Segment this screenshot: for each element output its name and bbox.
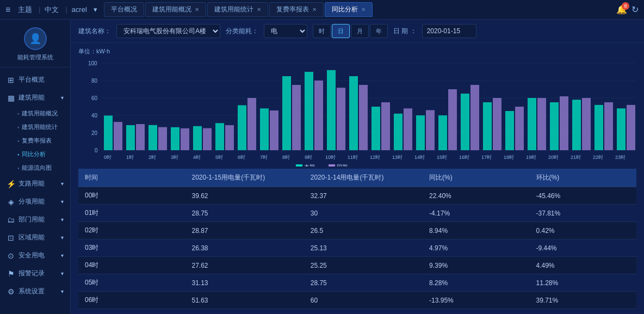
- category-label: 分类能耗：: [226, 27, 258, 36]
- cell-prev: 60: [304, 292, 423, 309]
- svg-text:11时: 11时: [348, 155, 358, 160]
- svg-text:16时: 16时: [459, 155, 469, 160]
- svg-rect-52: [470, 85, 479, 150]
- table-row: 04时27.6225.259.39%4.49%: [78, 257, 636, 274]
- cell-time: 01时: [78, 205, 185, 222]
- svg-rect-24: [371, 107, 380, 150]
- tab-复费率报表[interactable]: 复费率报表✕: [269, 2, 324, 17]
- svg-rect-18: [238, 105, 246, 150]
- notification-badge: 8: [622, 2, 629, 10]
- sidebar-sub-building-overview[interactable]: 建筑用能概况: [11, 107, 70, 120]
- cell-mom: 39.71%: [530, 292, 637, 309]
- col-header-prev: 2020-1-14用电量(千瓦时): [304, 169, 423, 187]
- table-row: 05时31.1328.758.28%11.28%: [78, 274, 636, 292]
- date-btn-year[interactable]: 年: [370, 24, 388, 38]
- sidebar-item-alarm[interactable]: ⚑ 报警记录 ▾: [0, 264, 70, 282]
- table-row: 01时28.7530-4.17%-37.81%: [78, 205, 636, 222]
- cell-prev: 32.37: [304, 187, 423, 205]
- cell-yoy: -13.95%: [423, 292, 529, 309]
- building-icon: ▦: [7, 94, 15, 102]
- svg-text:1时: 1时: [126, 155, 134, 160]
- date-btn-hour[interactable]: 时: [313, 24, 331, 38]
- svg-text:0: 0: [95, 147, 98, 153]
- svg-rect-86: [329, 164, 335, 167]
- refresh-icon[interactable]: ↻: [631, 4, 639, 15]
- filter-bar: 建筑名称： 安科瑞电气股份有限公司A楼 分类能耗： 电 时 日 月 年 日 期 …: [71, 20, 644, 43]
- cell-time: 03时: [78, 239, 185, 257]
- sidebar-sub-yoy[interactable]: 同比分析: [11, 147, 70, 161]
- svg-rect-23: [349, 76, 358, 150]
- data-table: 时间 2020-1-15用电量(千瓦时) 2020-1-14用电量(千瓦时) 同…: [78, 169, 636, 314]
- svg-rect-26: [416, 115, 425, 150]
- svg-rect-48: [381, 102, 390, 150]
- svg-rect-37: [136, 124, 145, 150]
- tab-close-icon[interactable]: ✕: [195, 7, 199, 13]
- building-select[interactable]: 安科瑞电气股份有限公司A楼: [116, 24, 220, 38]
- sidebar-item-settings[interactable]: ⚙ 系统设置 ▾: [0, 282, 70, 300]
- svg-rect-28: [461, 94, 469, 150]
- top-bar: ≡ 主题 | 中文 | acrel ▾ 平台概况建筑用能概况✕建筑用能统计✕复费…: [0, 0, 644, 20]
- table-row: 02时28.8726.58.94%0.42%: [78, 222, 636, 239]
- cell-time: 04时: [78, 257, 185, 274]
- sys-name: 能耗管理系统: [17, 53, 53, 61]
- cell-yoy: 8.94%: [423, 222, 529, 239]
- tab-close-icon[interactable]: ✕: [257, 7, 261, 13]
- notification-icon[interactable]: 🔔 8: [616, 4, 627, 15]
- svg-rect-19: [260, 108, 269, 150]
- sidebar-item-safety[interactable]: ⊙ 安全用电 ▾: [0, 247, 70, 264]
- tab-建筑用能概况[interactable]: 建筑用能概况✕: [145, 2, 206, 17]
- svg-rect-21: [305, 72, 313, 150]
- cell-yoy: 8.28%: [423, 274, 529, 292]
- sidebar-item-platform-label: 平台概览: [18, 75, 45, 84]
- sidebar-item-region-label: 区域用能: [18, 233, 45, 242]
- cell-cur: 51.63: [185, 292, 304, 309]
- building-chevron: ▾: [61, 95, 64, 101]
- menu-icon[interactable]: ≡: [5, 5, 10, 15]
- tab-平台概况[interactable]: 平台概况: [104, 2, 144, 17]
- date-btn-day[interactable]: 日: [332, 24, 350, 38]
- sidebar-item-dept[interactable]: 🗂 部门用能 ▾: [0, 211, 70, 229]
- tab-close-icon[interactable]: ✕: [361, 7, 366, 13]
- cell-cur: 27.62: [185, 257, 304, 274]
- sidebar-item-building[interactable]: ▦ 建筑用能 ▾: [0, 89, 70, 107]
- svg-rect-46: [337, 88, 345, 150]
- chart-unit: 单位：kW·h: [78, 47, 636, 56]
- sidebar-sub-building-stats[interactable]: 建筑用能统计: [11, 120, 70, 134]
- user-label: acrel: [72, 5, 87, 14]
- col-header-mom: 环比(%): [530, 169, 637, 187]
- sidebar-sub-tariff[interactable]: 复费率报表: [11, 134, 70, 147]
- subitem-icon: ◈: [7, 198, 15, 206]
- date-btn-month[interactable]: 月: [351, 24, 369, 38]
- sidebar-item-subitem[interactable]: ◈ 分项用能 ▾: [0, 193, 70, 211]
- date-input[interactable]: [422, 24, 476, 38]
- user-dropdown-icon[interactable]: ▾: [94, 5, 97, 14]
- table-row: 06时51.6360-13.95%39.71%: [78, 292, 636, 309]
- cell-mom: -7.56%: [530, 309, 637, 315]
- tab-同比分析[interactable]: 同比分析✕: [325, 2, 373, 17]
- subitem-chevron: ▾: [61, 199, 64, 205]
- svg-rect-15: [171, 127, 179, 150]
- svg-rect-45: [314, 81, 323, 150]
- tab-close-icon[interactable]: ✕: [312, 7, 317, 13]
- cell-cur: 26.38: [185, 239, 304, 257]
- svg-text:12时: 12时: [370, 155, 380, 160]
- category-select[interactable]: 电: [264, 24, 307, 38]
- svg-text:20时: 20时: [548, 155, 559, 160]
- region-icon: ⊡: [7, 233, 15, 242]
- sidebar-item-safety-label: 安全用电: [18, 251, 45, 260]
- sidebar-item-region[interactable]: ⊡ 区域用能 ▾: [0, 229, 70, 247]
- dept-chevron: ▾: [61, 217, 64, 223]
- sidebar-item-platform[interactable]: ⊞ 平台概览: [0, 71, 70, 89]
- tab-建筑用能统计[interactable]: 建筑用能统计✕: [207, 2, 268, 17]
- svg-rect-34: [595, 105, 603, 150]
- sidebar-sub-energy-flow[interactable]: 能源流向图: [11, 161, 70, 175]
- svg-text:6时: 6时: [238, 155, 245, 160]
- cell-cur: 31.13: [185, 274, 304, 292]
- settings-chevron: ▾: [61, 288, 64, 294]
- svg-rect-47: [359, 85, 368, 150]
- sidebar-item-branch[interactable]: ⚡ 支路用能 ▾: [0, 175, 70, 193]
- lang-label[interactable]: 中文: [45, 5, 59, 15]
- date-btn-group: 时 日 月 年: [313, 24, 388, 38]
- table-row: 03时26.3825.134.97%-9.44%: [78, 239, 636, 257]
- cell-mom: -9.44%: [530, 239, 637, 257]
